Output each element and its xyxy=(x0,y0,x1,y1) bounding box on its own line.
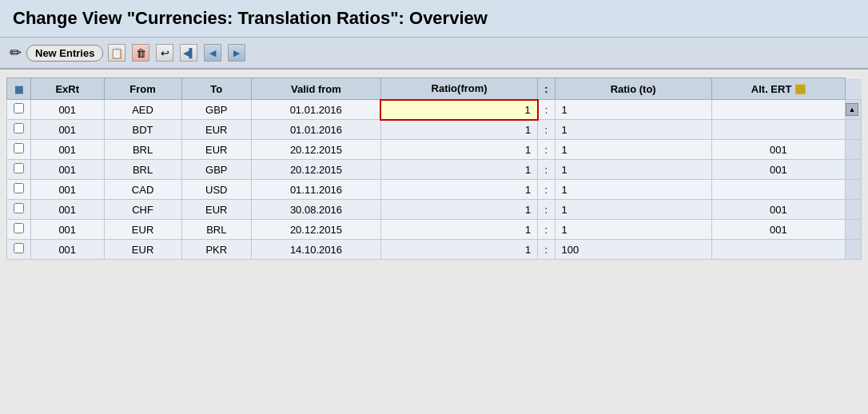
cell-ratio-from: 1 xyxy=(380,200,537,220)
checkbox-input[interactable] xyxy=(14,203,24,213)
copy-button[interactable]: 📋 xyxy=(106,42,127,63)
checkbox-input[interactable] xyxy=(14,223,24,233)
scrollbar-cell: ▲ xyxy=(846,100,862,120)
checkbox-input[interactable] xyxy=(14,163,24,173)
cell-exrt: 001 xyxy=(31,240,105,260)
cell-alt-ert: 001 xyxy=(711,140,845,160)
checkbox-input[interactable] xyxy=(14,123,24,133)
row-checkbox[interactable] xyxy=(7,120,31,140)
cell-ratio-to: 100 xyxy=(555,240,711,260)
cell-exrt: 001 xyxy=(31,220,105,240)
nav-next-icon: ▶ xyxy=(228,44,245,62)
row-checkbox[interactable] xyxy=(7,100,31,120)
table-row: 001CHFEUR30.08.20161:1001 xyxy=(7,200,862,220)
col-header-alt-ert: Alt. ERT ▦ xyxy=(711,78,845,100)
row-checkbox[interactable] xyxy=(7,240,31,260)
table-wrapper: ▦ ExRt From To Valid from Ratio(from) : … xyxy=(6,78,862,260)
table-row: 001BRLEUR20.12.20151:1001 xyxy=(7,140,862,160)
cell-to: GBP xyxy=(181,100,251,120)
checkbox-input[interactable] xyxy=(14,183,24,193)
row-checkbox[interactable] xyxy=(7,160,31,180)
col-header-ratio-from: Ratio(from) xyxy=(380,78,537,100)
cell-from: BRL xyxy=(104,140,181,160)
col-header-valid-from: Valid from xyxy=(251,78,380,100)
checkbox-input[interactable] xyxy=(14,143,24,153)
cell-valid-from: 01.01.2016 xyxy=(251,100,380,120)
cell-alt-ert xyxy=(711,120,845,140)
checkbox-input[interactable] xyxy=(14,103,24,113)
cell-ratio-from: 1 xyxy=(380,220,537,240)
table-area: ▦ ExRt From To Valid from Ratio(from) : … xyxy=(0,70,868,414)
cell-to: EUR xyxy=(181,200,251,220)
undo-icon: ↩ xyxy=(156,44,173,62)
cell-ratio-to: 1 xyxy=(555,200,711,220)
cell-from: CHF xyxy=(104,200,181,220)
cell-to: USD xyxy=(181,180,251,200)
cell-ratio-from: 1 xyxy=(380,180,537,200)
cell-valid-from: 01.01.2016 xyxy=(251,120,380,140)
cell-from: EUR xyxy=(104,240,181,260)
cell-alt-ert xyxy=(711,180,845,200)
cell-exrt: 001 xyxy=(31,180,105,200)
delete-button[interactable]: 🗑 xyxy=(130,42,151,63)
nav-prev-icon: ◀ xyxy=(204,44,221,62)
cell-from: BRL xyxy=(104,160,181,180)
cell-to: EUR xyxy=(181,120,251,140)
scrollbar-cell xyxy=(846,240,862,260)
undo-button[interactable]: ↩ xyxy=(154,42,175,63)
cell-to: GBP xyxy=(181,160,251,180)
toolbar: ✏ New Entries 📋 🗑 ↩ ◀▌ ◀ ▶ xyxy=(0,38,868,70)
cell-ratio-to: 1 xyxy=(555,180,711,200)
page-title: Change View "Currencies: Translation Rat… xyxy=(13,8,855,29)
copy-icon: 📋 xyxy=(108,44,125,62)
nav-prev-button[interactable]: ◀ xyxy=(202,42,223,63)
col-header-exrt: ExRt xyxy=(31,78,105,100)
col-header-ratio-to: Ratio (to) xyxy=(555,78,711,100)
row-checkbox[interactable] xyxy=(7,140,31,160)
row-checkbox[interactable] xyxy=(7,200,31,220)
cell-ratio-to: 1 xyxy=(555,120,711,140)
row-checkbox[interactable] xyxy=(7,180,31,200)
cell-exrt: 001 xyxy=(31,100,105,120)
cell-exrt: 001 xyxy=(31,200,105,220)
table-row: 001BRLGBP20.12.20151:1001 xyxy=(7,160,862,180)
cell-ratio-from[interactable]: 1 xyxy=(380,100,537,120)
cell-ratio-from: 1 xyxy=(380,140,537,160)
scroll-up-arrow[interactable]: ▲ xyxy=(846,103,858,116)
cell-exrt: 001 xyxy=(31,160,105,180)
delete-icon: 🗑 xyxy=(132,44,149,62)
cell-valid-from: 20.12.2015 xyxy=(251,220,380,240)
col-header-to: To xyxy=(181,78,251,100)
cell-to: EUR xyxy=(181,140,251,160)
cell-alt-ert xyxy=(711,240,845,260)
cell-colon: : xyxy=(538,220,555,240)
cell-colon: : xyxy=(538,120,555,140)
main-container: Change View "Currencies: Translation Rat… xyxy=(0,0,868,414)
cell-colon: : xyxy=(538,140,555,160)
row-checkbox[interactable] xyxy=(7,220,31,240)
cell-ratio-to: 1 xyxy=(555,140,711,160)
cell-to: BRL xyxy=(181,220,251,240)
scrollbar-cell xyxy=(846,180,862,200)
nav-first-button[interactable]: ◀▌ xyxy=(178,42,199,63)
table-row: 001BDTEUR01.01.20161:1 xyxy=(7,120,862,140)
edit-icon-button[interactable]: ✏ xyxy=(8,42,23,63)
cell-valid-from: 14.10.2016 xyxy=(251,240,380,260)
cell-ratio-to: 1 xyxy=(555,160,711,180)
cell-alt-ert xyxy=(711,100,845,120)
nav-next-button[interactable]: ▶ xyxy=(226,42,247,63)
scrollbar-header xyxy=(846,78,862,100)
cell-ratio-from: 1 xyxy=(380,240,537,260)
cell-ratio-to: 1 xyxy=(555,100,711,120)
nav-first-icon: ◀▌ xyxy=(180,44,197,62)
new-entries-button[interactable]: New Entries xyxy=(26,45,103,62)
scrollbar-cell xyxy=(846,220,862,240)
table-corner-icon: ▦ xyxy=(14,84,23,95)
cell-colon: : xyxy=(538,100,555,120)
cell-from: BDT xyxy=(104,120,181,140)
checkbox-input[interactable] xyxy=(14,243,24,253)
cell-valid-from: 20.12.2015 xyxy=(251,140,380,160)
cell-ratio-to: 1 xyxy=(555,220,711,240)
cell-from: CAD xyxy=(104,180,181,200)
cell-valid-from: 20.12.2015 xyxy=(251,160,380,180)
